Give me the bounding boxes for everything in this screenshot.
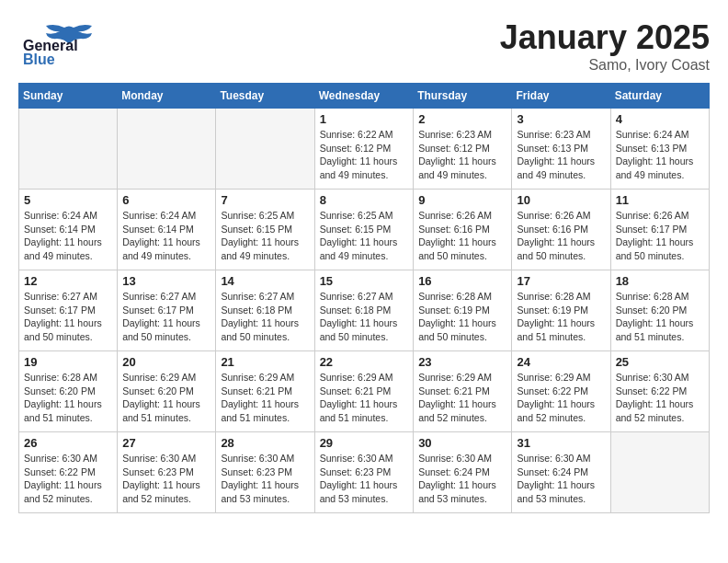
day-number: 4	[616, 112, 704, 126]
day-info: Sunrise: 6:27 AMSunset: 6:17 PMDaylight:…	[122, 290, 210, 344]
calendar-cell: 4Sunrise: 6:24 AMSunset: 6:13 PMDaylight…	[610, 109, 709, 190]
day-number: 6	[122, 193, 210, 207]
calendar-cell: 20Sunrise: 6:29 AMSunset: 6:20 PMDayligh…	[118, 351, 216, 432]
calendar-cell: 8Sunrise: 6:25 AMSunset: 6:15 PMDaylight…	[314, 190, 414, 270]
day-header-thursday: Thursday	[414, 84, 512, 109]
day-number: 17	[517, 274, 605, 288]
calendar-cell: 5Sunrise: 6:24 AMSunset: 6:14 PMDaylight…	[19, 190, 118, 270]
day-info: Sunrise: 6:25 AMSunset: 6:15 PMDaylight:…	[221, 209, 309, 263]
day-number: 8	[320, 193, 409, 207]
day-info: Sunrise: 6:30 AMSunset: 6:22 PMDaylight:…	[616, 371, 704, 425]
calendar-cell: 23Sunrise: 6:29 AMSunset: 6:21 PMDayligh…	[414, 351, 512, 432]
day-header-saturday: Saturday	[610, 84, 709, 109]
month-title: January 2025	[500, 18, 710, 57]
calendar-cell: 14Sunrise: 6:27 AMSunset: 6:18 PMDayligh…	[216, 270, 314, 351]
week-row-4: 19Sunrise: 6:28 AMSunset: 6:20 PMDayligh…	[19, 351, 710, 432]
day-info: Sunrise: 6:29 AMSunset: 6:21 PMDaylight:…	[221, 371, 309, 425]
calendar-cell: 12Sunrise: 6:27 AMSunset: 6:17 PMDayligh…	[19, 270, 118, 351]
day-header-monday: Monday	[118, 84, 216, 109]
day-number: 11	[616, 193, 704, 207]
calendar-cell: 19Sunrise: 6:28 AMSunset: 6:20 PMDayligh…	[19, 351, 118, 432]
day-info: Sunrise: 6:24 AMSunset: 6:14 PMDaylight:…	[122, 209, 210, 263]
calendar-cell: 24Sunrise: 6:29 AMSunset: 6:22 PMDayligh…	[512, 351, 610, 432]
calendar-cell: 21Sunrise: 6:29 AMSunset: 6:21 PMDayligh…	[216, 351, 314, 432]
day-number: 31	[517, 436, 605, 450]
calendar-cell: 1Sunrise: 6:22 AMSunset: 6:12 PMDaylight…	[314, 109, 414, 190]
days-header-row: SundayMondayTuesdayWednesdayThursdayFrid…	[19, 84, 710, 109]
day-number: 23	[418, 355, 506, 369]
day-number: 7	[221, 193, 309, 207]
day-info: Sunrise: 6:26 AMSunset: 6:16 PMDaylight:…	[418, 209, 506, 263]
calendar-cell: 10Sunrise: 6:26 AMSunset: 6:16 PMDayligh…	[512, 190, 610, 270]
svg-text:Blue: Blue	[23, 52, 55, 64]
day-info: Sunrise: 6:30 AMSunset: 6:23 PMDaylight:…	[122, 452, 210, 506]
day-number: 18	[616, 274, 704, 288]
day-number: 15	[320, 274, 409, 288]
day-number: 13	[122, 274, 210, 288]
calendar-cell: 18Sunrise: 6:28 AMSunset: 6:20 PMDayligh…	[610, 270, 709, 351]
location-title: Samo, Ivory Coast	[500, 57, 710, 74]
day-info: Sunrise: 6:24 AMSunset: 6:14 PMDaylight:…	[24, 209, 112, 263]
calendar-cell	[610, 432, 709, 513]
calendar-cell: 25Sunrise: 6:30 AMSunset: 6:22 PMDayligh…	[610, 351, 709, 432]
day-info: Sunrise: 6:28 AMSunset: 6:19 PMDaylight:…	[517, 290, 605, 344]
day-header-friday: Friday	[512, 84, 610, 109]
calendar-cell: 26Sunrise: 6:30 AMSunset: 6:22 PMDayligh…	[19, 432, 118, 513]
calendar-cell: 29Sunrise: 6:30 AMSunset: 6:23 PMDayligh…	[314, 432, 414, 513]
day-info: Sunrise: 6:30 AMSunset: 6:24 PMDaylight:…	[517, 452, 605, 506]
calendar-cell: 17Sunrise: 6:28 AMSunset: 6:19 PMDayligh…	[512, 270, 610, 351]
day-number: 10	[517, 193, 605, 207]
day-info: Sunrise: 6:25 AMSunset: 6:15 PMDaylight:…	[320, 209, 409, 263]
day-header-tuesday: Tuesday	[216, 84, 314, 109]
day-number: 22	[320, 355, 409, 369]
calendar-cell: 15Sunrise: 6:27 AMSunset: 6:18 PMDayligh…	[314, 270, 414, 351]
calendar-cell: 22Sunrise: 6:29 AMSunset: 6:21 PMDayligh…	[314, 351, 414, 432]
day-info: Sunrise: 6:29 AMSunset: 6:21 PMDaylight:…	[320, 371, 409, 425]
day-number: 25	[616, 355, 704, 369]
day-info: Sunrise: 6:30 AMSunset: 6:23 PMDaylight:…	[221, 452, 309, 506]
day-info: Sunrise: 6:27 AMSunset: 6:17 PMDaylight:…	[24, 290, 112, 344]
calendar-cell: 9Sunrise: 6:26 AMSunset: 6:16 PMDaylight…	[414, 190, 512, 270]
day-number: 2	[418, 112, 506, 126]
day-header-wednesday: Wednesday	[314, 84, 414, 109]
calendar-cell	[19, 109, 118, 190]
day-number: 14	[221, 274, 309, 288]
day-number: 5	[24, 193, 112, 207]
day-number: 26	[24, 436, 112, 450]
week-row-2: 5Sunrise: 6:24 AMSunset: 6:14 PMDaylight…	[19, 190, 710, 270]
calendar-cell: 11Sunrise: 6:26 AMSunset: 6:17 PMDayligh…	[610, 190, 709, 270]
calendar-cell	[216, 109, 314, 190]
calendar-cell: 3Sunrise: 6:23 AMSunset: 6:13 PMDaylight…	[512, 109, 610, 190]
day-info: Sunrise: 6:30 AMSunset: 6:23 PMDaylight:…	[320, 452, 409, 506]
day-info: Sunrise: 6:23 AMSunset: 6:12 PMDaylight:…	[418, 128, 506, 182]
day-number: 1	[320, 112, 409, 126]
week-row-1: 1Sunrise: 6:22 AMSunset: 6:12 PMDaylight…	[19, 109, 710, 190]
day-number: 30	[418, 436, 506, 450]
day-number: 27	[122, 436, 210, 450]
day-number: 28	[221, 436, 309, 450]
logo: General Blue	[18, 18, 119, 64]
day-number: 29	[320, 436, 409, 450]
calendar-cell: 31Sunrise: 6:30 AMSunset: 6:24 PMDayligh…	[512, 432, 610, 513]
calendar-cell	[118, 109, 216, 190]
day-header-sunday: Sunday	[19, 84, 118, 109]
day-info: Sunrise: 6:27 AMSunset: 6:18 PMDaylight:…	[221, 290, 309, 344]
page-header: General Blue January 2025 Samo, Ivory Co…	[18, 18, 710, 74]
day-number: 24	[517, 355, 605, 369]
week-row-3: 12Sunrise: 6:27 AMSunset: 6:17 PMDayligh…	[19, 270, 710, 351]
calendar-cell: 27Sunrise: 6:30 AMSunset: 6:23 PMDayligh…	[118, 432, 216, 513]
day-info: Sunrise: 6:22 AMSunset: 6:12 PMDaylight:…	[320, 128, 409, 182]
title-block: January 2025 Samo, Ivory Coast	[500, 18, 710, 74]
calendar-cell: 16Sunrise: 6:28 AMSunset: 6:19 PMDayligh…	[414, 270, 512, 351]
calendar-table: SundayMondayTuesdayWednesdayThursdayFrid…	[18, 83, 710, 513]
day-info: Sunrise: 6:27 AMSunset: 6:18 PMDaylight:…	[320, 290, 409, 344]
day-number: 16	[418, 274, 506, 288]
day-info: Sunrise: 6:26 AMSunset: 6:17 PMDaylight:…	[616, 209, 704, 263]
calendar-cell: 2Sunrise: 6:23 AMSunset: 6:12 PMDaylight…	[414, 109, 512, 190]
day-number: 19	[24, 355, 112, 369]
day-info: Sunrise: 6:30 AMSunset: 6:24 PMDaylight:…	[418, 452, 506, 506]
day-info: Sunrise: 6:28 AMSunset: 6:20 PMDaylight:…	[616, 290, 704, 344]
calendar-cell: 28Sunrise: 6:30 AMSunset: 6:23 PMDayligh…	[216, 432, 314, 513]
day-info: Sunrise: 6:29 AMSunset: 6:20 PMDaylight:…	[122, 371, 210, 425]
week-row-5: 26Sunrise: 6:30 AMSunset: 6:22 PMDayligh…	[19, 432, 710, 513]
